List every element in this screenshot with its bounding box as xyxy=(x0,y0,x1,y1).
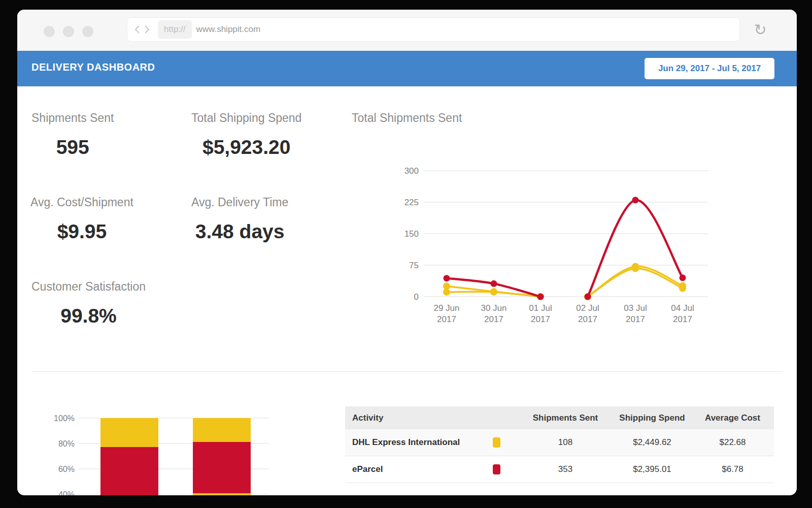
url-text[interactable]: www.shippit.com xyxy=(196,24,261,35)
table-header-row: Activity Shipments Sent Shipping Spend A… xyxy=(345,406,774,429)
y-axis-tick-label: 300 xyxy=(404,166,419,176)
y-axis-tick-label: 80% xyxy=(58,439,75,448)
data-point xyxy=(537,294,544,300)
window-control-dot-1[interactable] xyxy=(44,26,55,37)
series-line xyxy=(588,268,683,297)
kpi-shipments-sent: Shipments Sent 595 xyxy=(31,111,114,158)
bar-segment xyxy=(100,447,158,495)
kpi-label: Customer Satisfaction xyxy=(31,280,146,294)
table-row-dhl: DHL Express International 108 $2,449.62 … xyxy=(345,429,774,456)
data-point xyxy=(491,280,497,287)
dhl-series-color-swatch xyxy=(493,437,500,448)
url-bar[interactable]: http:// www.shippit.com xyxy=(127,17,740,42)
browser-chrome: http:// www.shippit.com ↻ xyxy=(17,10,797,51)
data-point xyxy=(443,282,450,290)
x-axis-tick-label: 03 Jul2017 xyxy=(624,303,647,324)
total-shipments-line-chart: 07515022530029 Jun201730 Jun201701 Jul20… xyxy=(396,163,721,330)
kpi-avg-delivery-time: Avg. Delivery Time 3.48 days xyxy=(191,196,288,243)
x-axis-tick-label: 01 Jul2017 xyxy=(529,303,552,324)
data-point xyxy=(680,274,686,281)
shipments-sent-cell: 108 xyxy=(518,437,613,448)
col-header-activity: Activity xyxy=(345,413,518,423)
window-control-dot-3[interactable] xyxy=(82,26,93,37)
kpi-label: Avg. Cost/Shipment xyxy=(30,196,133,209)
kpi-value: 99.8% xyxy=(31,305,146,327)
kpi-customer-satisfaction: Customer Satisfaction 99.8% xyxy=(31,280,146,327)
refresh-icon[interactable]: ↻ xyxy=(751,21,769,39)
col-header-avg-cost: Average Cost xyxy=(691,413,774,423)
table-row-eparcel: eParcel 353 $2,395.01 $6.78 xyxy=(345,456,774,483)
y-axis-tick-label: 75 xyxy=(409,261,419,270)
data-point xyxy=(679,282,686,290)
back-icon[interactable] xyxy=(134,25,140,34)
y-axis-tick-label: 0 xyxy=(414,292,419,302)
y-axis-tick-label: 225 xyxy=(404,198,419,207)
y-axis-tick-label: 40% xyxy=(58,490,75,495)
kpi-value: $9.95 xyxy=(30,220,133,243)
page-title: DELIVERY DASHBOARD xyxy=(31,61,155,73)
data-point xyxy=(444,275,450,281)
y-axis-tick-label: 100% xyxy=(54,414,75,423)
window-control-dot-2[interactable] xyxy=(63,26,74,37)
dashboard-header: DELIVERY DASHBOARD Jun 29, 2017 - Jul 5,… xyxy=(17,51,797,86)
x-axis-tick-label: 02 Jul2017 xyxy=(576,303,599,324)
bar-segment xyxy=(193,493,251,495)
shipments-sent-cell: 353 xyxy=(518,464,613,474)
kpi-label: Shipments Sent xyxy=(31,111,114,125)
x-axis-tick-label: 29 Jun2017 xyxy=(433,303,459,324)
section-divider xyxy=(31,371,783,372)
average-cost-cell: $6.78 xyxy=(691,464,774,474)
x-axis-tick-label: 30 Jun2017 xyxy=(481,303,506,324)
browser-window: http:// www.shippit.com ↻ DELIVERY DASHB… xyxy=(17,10,797,495)
carrier-split-stacked-bar-chart: 100%80%60%40% xyxy=(46,406,279,495)
y-axis-tick-label: 150 xyxy=(404,229,419,239)
data-point xyxy=(632,263,639,270)
y-axis-tick-label: 60% xyxy=(58,465,75,473)
kpi-value: $5,923.20 xyxy=(191,136,301,158)
line-chart-title: Total Shipments Sent xyxy=(352,111,462,125)
eparcel-series-color-swatch xyxy=(493,464,500,474)
date-range-button[interactable]: Jun 29, 2017 - Jul 5, 2017 xyxy=(645,58,774,79)
kpi-value: 595 xyxy=(31,136,114,158)
kpi-total-shipping-spend: Total Shipping Spend $5,923.20 xyxy=(191,111,301,158)
bar-segment xyxy=(100,418,158,447)
data-point xyxy=(490,288,497,295)
url-scheme: http:// xyxy=(158,20,192,39)
col-header-spend: Shipping Spend xyxy=(613,413,691,423)
shipping-spend-cell: $2,449.62 xyxy=(613,437,691,448)
kpi-label: Avg. Delivery Time xyxy=(191,196,288,209)
shipping-spend-cell: $2,395.01 xyxy=(613,464,691,474)
x-axis-tick-label: 04 Jul2017 xyxy=(671,303,694,324)
average-cost-cell: $22.68 xyxy=(691,437,774,448)
data-point xyxy=(585,294,591,300)
forward-icon[interactable] xyxy=(144,25,150,34)
series-line xyxy=(588,200,683,297)
bar-segment xyxy=(193,442,251,493)
bar-segment xyxy=(193,418,251,442)
kpi-value: 3.48 days xyxy=(191,220,288,243)
activity-name: DHL Express International xyxy=(352,437,460,448)
data-point xyxy=(632,197,639,203)
activity-name: eParcel xyxy=(352,464,383,474)
kpi-avg-cost-shipment: Avg. Cost/Shipment $9.95 xyxy=(30,196,133,243)
activity-table: Activity Shipments Sent Shipping Spend A… xyxy=(345,406,774,483)
col-header-shipments: Shipments Sent xyxy=(518,413,613,423)
kpi-label: Total Shipping Spend xyxy=(191,111,301,125)
